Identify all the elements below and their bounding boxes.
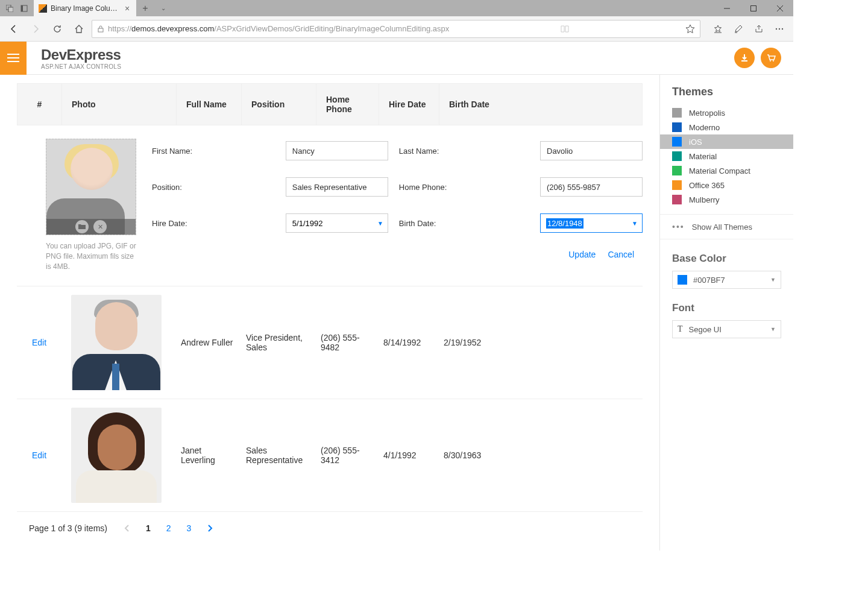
edit-link[interactable]: Edit	[32, 338, 46, 347]
reading-view-icon[interactable]	[561, 25, 569, 33]
position-input[interactable]	[286, 177, 388, 197]
photo-preview[interactable]: ✕	[46, 139, 136, 235]
open-file-icon[interactable]	[75, 220, 89, 233]
col-photo[interactable]: Photo	[62, 84, 177, 125]
theme-item[interactable]: iOS	[660, 134, 793, 149]
chevron-down-icon: ▼	[770, 277, 776, 283]
window-close-button[interactable]	[767, 0, 793, 16]
download-button[interactable]	[734, 48, 755, 68]
tab-aside-icon[interactable]	[17, 0, 31, 16]
cell-birth: 8/30/1963	[439, 450, 643, 460]
tab-close-icon[interactable]: ×	[123, 4, 131, 13]
cancel-button[interactable]: Cancel	[608, 250, 634, 259]
theme-item[interactable]: Moderno	[660, 120, 793, 134]
col-name[interactable]: Full Name	[177, 84, 242, 125]
col-position[interactable]: Position	[242, 84, 316, 125]
cell-phone: (206) 555-3412	[316, 446, 379, 465]
edit-form-fields: First Name: Last Name: Position: Home Ph…	[152, 139, 643, 271]
label-hire-date: Hire Date:	[152, 213, 275, 233]
new-tab-button[interactable]: +	[136, 0, 154, 16]
edit-link[interactable]: Edit	[32, 450, 46, 460]
first-name-input[interactable]	[286, 141, 388, 160]
clear-photo-icon[interactable]: ✕	[93, 220, 107, 233]
col-hire[interactable]: Hire Date	[379, 84, 439, 125]
col-num[interactable]: #	[17, 84, 62, 125]
col-birth[interactable]: Birth Date	[439, 84, 642, 125]
pager-page-2[interactable]: 2	[163, 523, 175, 533]
cell-name: Andrew Fuller	[176, 338, 241, 347]
col-phone[interactable]: Home Phone	[316, 84, 379, 125]
tab-title: Binary Image Column E	[51, 4, 119, 13]
base-color-combo[interactable]: #007BF7 ▼	[672, 271, 781, 289]
url-input[interactable]: https://demos.devexpress.com/ASPxGridVie…	[92, 20, 700, 38]
theme-swatch-icon	[672, 180, 682, 190]
theme-label: Metropolis	[689, 109, 725, 118]
sidebar: Themes MetropolisModernoiOSMaterialMater…	[659, 75, 793, 551]
forward-button[interactable]	[27, 20, 45, 38]
cart-button[interactable]	[761, 48, 781, 68]
notes-icon[interactable]	[729, 20, 747, 38]
page-header: DevExpress ASP.NET AJAX CONTROLS	[0, 42, 793, 75]
birth-date-input[interactable]: 12/8/1948 ▼	[540, 213, 643, 233]
svg-point-11	[782, 28, 783, 29]
font-value: Segoe UI	[689, 325, 722, 334]
menu-button[interactable]	[0, 42, 27, 75]
pager-page-3[interactable]: 3	[183, 523, 195, 533]
last-name-input[interactable]	[540, 141, 643, 160]
theme-item[interactable]: Metropolis	[660, 106, 793, 120]
cell-name: Janet Leverling	[176, 446, 241, 465]
svg-rect-5	[751, 5, 756, 11]
more-icon[interactable]	[770, 20, 788, 38]
theme-label: Material Compact	[689, 166, 750, 175]
svg-rect-3	[21, 5, 23, 11]
address-bar: https://demos.devexpress.com/ASPxGridVie…	[0, 16, 793, 42]
label-birth-date: Birth Date:	[399, 213, 529, 233]
theme-label: Material	[689, 152, 717, 161]
share-icon[interactable]	[750, 20, 768, 38]
theme-item[interactable]: Mulberry	[660, 192, 793, 207]
home-button[interactable]	[70, 20, 88, 38]
update-button[interactable]: Update	[568, 250, 596, 259]
show-all-themes[interactable]: ••• Show All Themes	[660, 214, 793, 239]
theme-label: Moderno	[689, 123, 720, 132]
themes-heading: Themes	[660, 86, 793, 106]
tabs-menu-icon[interactable]: ⌄	[154, 0, 172, 16]
lock-icon	[97, 25, 104, 33]
ellipsis-icon: •••	[672, 222, 685, 232]
label-position: Position:	[152, 177, 275, 197]
theme-item[interactable]: Material	[660, 149, 793, 163]
cell-birth: 2/19/1952	[439, 338, 643, 347]
cell-hire: 8/14/1992	[379, 338, 439, 347]
theme-item[interactable]: Office 365	[660, 178, 793, 192]
svg-rect-1	[8, 7, 13, 12]
hire-date-input[interactable]: ▼	[286, 213, 388, 233]
color-swatch-icon	[678, 275, 687, 285]
theme-item[interactable]: Material Compact	[660, 163, 793, 178]
photo-upload: ✕ You can upload JPG, GIF or PNG file. M…	[17, 139, 137, 271]
favorites-hub-icon[interactable]	[709, 20, 727, 38]
refresh-button[interactable]	[48, 20, 66, 38]
tab-actions-icon[interactable]	[2, 0, 17, 16]
pager-page-1[interactable]: 1	[142, 523, 154, 533]
content-area: # Photo Full Name Position Home Phone Hi…	[0, 75, 659, 551]
font-heading: Font	[672, 302, 781, 314]
window-minimize-button[interactable]	[714, 0, 740, 16]
theme-swatch-icon	[672, 195, 682, 204]
theme-label: Office 365	[689, 181, 725, 190]
svg-point-10	[779, 28, 780, 29]
font-combo[interactable]: T Segoe UI ▼	[672, 320, 781, 338]
browser-tab[interactable]: Binary Image Column E ×	[34, 0, 136, 16]
theme-swatch-icon	[672, 166, 682, 175]
home-phone-input[interactable]	[540, 177, 643, 197]
brand: DevExpress ASP.NET AJAX CONTROLS	[41, 46, 121, 70]
theme-label: Mulberry	[689, 195, 720, 204]
pager-summary: Page 1 of 3 (9 items)	[29, 523, 107, 533]
theme-swatch-icon	[672, 151, 682, 161]
favorite-icon[interactable]	[685, 24, 695, 34]
window-maximize-button[interactable]	[740, 0, 767, 16]
brand-title: DevExpress	[41, 46, 121, 63]
pager-next-button[interactable]	[203, 522, 216, 535]
pager-prev-button[interactable]	[121, 522, 134, 535]
label-first-name: First Name:	[152, 141, 275, 160]
back-button[interactable]	[5, 20, 23, 38]
